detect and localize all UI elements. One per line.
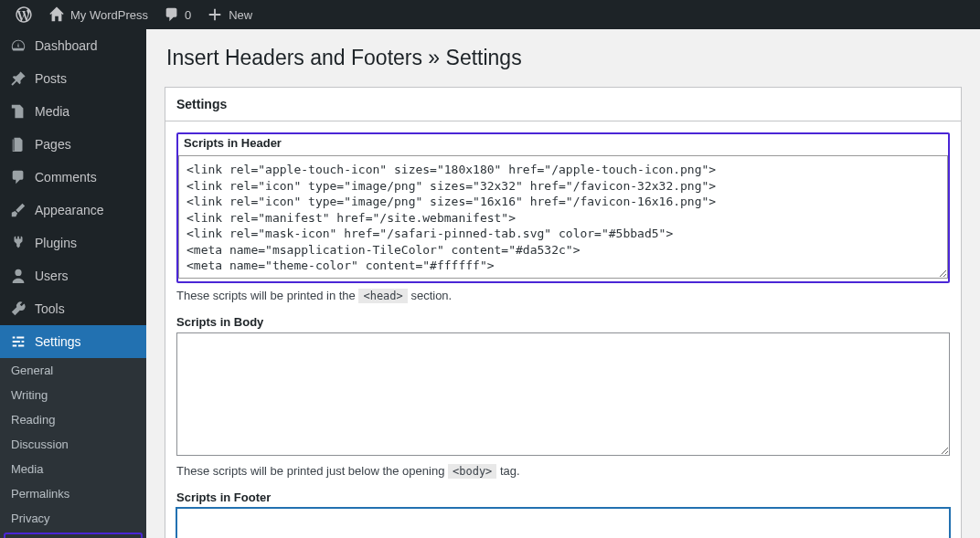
body-scripts-label: Scripts in Body — [176, 315, 950, 329]
comment-icon — [9, 168, 27, 186]
sidebar-item-label: Media — [35, 104, 69, 119]
body-scripts-textarea[interactable] — [176, 332, 950, 456]
sidebar-item-plugins[interactable]: Plugins — [0, 227, 146, 259]
sidebar-item-pages[interactable]: Pages — [0, 128, 146, 161]
header-scripts-desc: These scripts will be printed in the <he… — [176, 289, 950, 302]
wordpress-icon — [15, 5, 33, 24]
brush-icon — [9, 201, 27, 219]
submenu-item-reading[interactable]: Reading — [0, 407, 146, 432]
plug-icon — [9, 234, 27, 252]
pin-icon — [9, 69, 27, 88]
sidebar-item-dashboard[interactable]: Dashboard — [0, 29, 146, 62]
sidebar-item-media[interactable]: Media — [0, 95, 146, 128]
sidebar-item-label: Plugins — [35, 236, 77, 250]
submenu-item-privacy[interactable]: Privacy — [0, 506, 146, 531]
submenu-item-discussion[interactable]: Discussion — [0, 432, 146, 457]
sidebar-item-label: Pages — [35, 137, 71, 152]
footer-scripts-label: Scripts in Footer — [176, 491, 950, 504]
sidebar-item-tools[interactable]: Tools — [0, 292, 146, 325]
body-scripts-field: Scripts in Body These scripts will be pr… — [176, 315, 950, 478]
sidebar-item-label: Users — [35, 269, 69, 283]
header-scripts-textarea[interactable] — [178, 155, 948, 279]
header-scripts-field: Scripts in Header These scripts will be … — [176, 132, 950, 302]
admin-sidebar: Dashboard Posts Media Pages Comments — [0, 29, 146, 538]
body-scripts-desc: These scripts will be printed just below… — [176, 464, 950, 478]
sidebar-item-posts[interactable]: Posts — [0, 62, 146, 95]
pages-icon — [9, 135, 27, 153]
wrench-icon — [9, 300, 27, 318]
user-icon — [9, 267, 27, 285]
plus-icon — [206, 5, 224, 24]
comments-link[interactable]: 0 — [155, 0, 198, 29]
sidebar-item-label: Posts — [35, 71, 67, 86]
sidebar-item-label: Settings — [35, 334, 81, 349]
new-content-link[interactable]: New — [198, 0, 260, 29]
sidebar-item-users[interactable]: Users — [0, 259, 146, 292]
sidebar-item-appearance[interactable]: Appearance — [0, 194, 146, 227]
settings-box-title: Settings — [165, 88, 961, 121]
sidebar-item-comments[interactable]: Comments — [0, 161, 146, 194]
media-icon — [9, 102, 27, 121]
sidebar-item-label: Tools — [35, 301, 65, 316]
sliders-icon — [9, 332, 27, 351]
content-area: Insert Headers and Footers » Settings Se… — [146, 29, 980, 538]
submenu-item-insert-headers-footers[interactable]: Insert Headers and Footers — [4, 533, 143, 538]
settings-submenu: General Writing Reading Discussion Media… — [0, 358, 146, 538]
sidebar-item-label: Comments — [35, 170, 97, 185]
admin-toolbar: My WordPress 0 New — [0, 0, 980, 29]
new-label: New — [229, 8, 252, 22]
comments-count: 0 — [185, 8, 191, 22]
footer-scripts-textarea[interactable] — [176, 508, 950, 538]
home-icon — [48, 5, 66, 24]
sidebar-item-label: Dashboard — [35, 38, 98, 53]
footer-scripts-field: Scripts in Footer — [176, 491, 950, 538]
submenu-item-permalinks[interactable]: Permalinks — [0, 481, 146, 506]
sidebar-item-label: Appearance — [35, 203, 104, 217]
settings-box: Settings Scripts in Header These scripts… — [165, 87, 962, 538]
submenu-item-general[interactable]: General — [0, 358, 146, 383]
site-home-link[interactable]: My WordPress — [40, 0, 155, 29]
header-scripts-label: Scripts in Header — [178, 134, 948, 152]
wp-logo-menu[interactable] — [7, 0, 40, 29]
submenu-item-media[interactable]: Media — [0, 457, 146, 481]
dashboard-icon — [9, 37, 27, 55]
sidebar-item-settings[interactable]: Settings — [0, 325, 146, 358]
comment-icon — [163, 5, 181, 24]
site-name-label: My WordPress — [70, 8, 148, 22]
page-title: Insert Headers and Footers » Settings — [166, 46, 962, 70]
submenu-item-writing[interactable]: Writing — [0, 383, 146, 407]
